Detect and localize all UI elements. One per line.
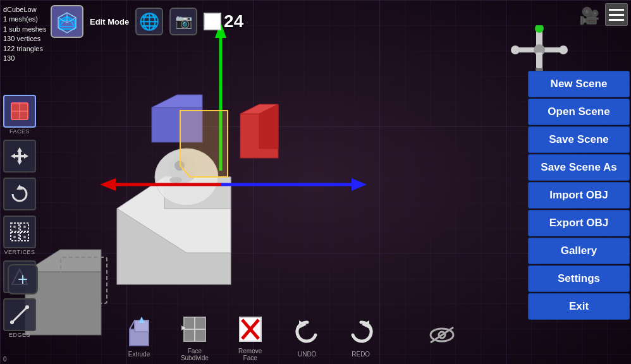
extrude-label: Extrude <box>128 351 150 358</box>
svg-marker-23 <box>180 111 228 177</box>
remove-face-label: Remove Face <box>233 348 268 361</box>
face-subdivide-label: Face Subdivide <box>175 348 214 361</box>
redo-tool-item[interactable]: REDO <box>336 311 386 361</box>
rotate-tool-icon <box>3 178 36 210</box>
gizmo-svg <box>511 25 568 76</box>
undo-tool-item[interactable]: UNDO <box>282 311 333 361</box>
exit-button[interactable]: Exit <box>528 293 630 320</box>
faces-label: FACES <box>9 128 30 135</box>
faces-tool-item[interactable]: FACES <box>3 95 36 135</box>
visibility-button[interactable] <box>415 320 469 353</box>
extrude-tool-item[interactable]: Extrude <box>114 311 164 361</box>
right-menu-panel: New Scene Open Scene Save Scene Save Sce… <box>527 70 631 321</box>
mode-value: 130 <box>3 54 46 63</box>
rotate-tool-item[interactable] <box>3 178 36 210</box>
save-scene-button[interactable]: Save Scene <box>528 126 630 153</box>
import-obj-button[interactable]: Import OBJ <box>528 182 630 209</box>
mesh-count: 1 mesh(es) <box>3 15 46 24</box>
gallery-button[interactable]: Gallery <box>528 238 630 264</box>
cube-wireframe-icon <box>54 9 80 34</box>
remove-face-tool-icon <box>233 312 267 346</box>
cube-wireframe-button[interactable] <box>51 5 83 38</box>
navigation-gizmo[interactable] <box>511 25 568 76</box>
top-toolbar: Edit Mode 🌐 📷 24 <box>51 5 243 38</box>
vertices-label: VERTICES <box>4 249 35 255</box>
screenshot-button[interactable]: 📷 <box>169 8 197 35</box>
frame-number: 24 <box>224 11 243 32</box>
face-subdivide-tool-icon <box>178 312 212 346</box>
vertices-tool-item[interactable]: VERTICES <box>3 215 36 255</box>
remove-face-tool-item[interactable]: Remove Face <box>225 308 276 365</box>
vertices-tool-icon <box>3 215 36 248</box>
triangle-count: 122 triangles <box>3 44 46 54</box>
face-subdivide-tool-item[interactable]: Face Subdivide <box>168 308 222 365</box>
object-name: dCubeLow <box>3 5 46 15</box>
save-scene-as-button[interactable]: Save Scene As <box>528 154 630 181</box>
svg-point-15 <box>169 177 182 183</box>
info-panel: dCubeLow 1 mesh(es) 1 sub meshes 130 ver… <box>3 5 46 63</box>
edit-mode-label: Edit Mode <box>90 17 129 27</box>
left-toolbar: FACES <box>3 95 36 338</box>
svg-point-36 <box>511 46 520 54</box>
vertex-count: 130 vertices <box>3 34 46 44</box>
svg-line-68 <box>130 320 135 329</box>
selection-box <box>60 257 107 304</box>
new-scene-button[interactable]: New Scene <box>528 71 630 97</box>
video-camera-button[interactable]: 🎥 <box>579 6 599 26</box>
svg-point-56 <box>13 236 16 238</box>
svg-point-57 <box>23 226 26 228</box>
open-scene-button[interactable]: Open Scene <box>528 99 630 125</box>
faces-tool-icon <box>3 95 36 128</box>
sub-mesh-count: 1 sub meshes <box>3 25 46 34</box>
svg-rect-49 <box>14 155 25 157</box>
frame-square-icon <box>204 13 221 30</box>
redo-label: REDO <box>352 351 370 358</box>
svg-point-37 <box>559 46 568 54</box>
svg-point-58 <box>23 236 26 238</box>
frame-counter: 24 <box>204 11 243 32</box>
settings-button[interactable]: Settings <box>528 265 630 292</box>
global-transform-button[interactable]: 🌐 <box>135 8 163 35</box>
svg-point-55 <box>13 226 16 228</box>
export-obj-button[interactable]: Export OBJ <box>528 210 630 236</box>
bottom-coordinate: 0 <box>3 356 7 363</box>
add-button[interactable]: + <box>8 264 38 294</box>
extrude-tool-icon <box>122 315 156 349</box>
undo-tool-icon <box>290 315 324 349</box>
move-tool-item[interactable] <box>3 140 36 173</box>
eye-closed-icon <box>427 324 456 346</box>
move-tool-icon <box>3 140 36 173</box>
ham-line-2 <box>609 14 624 16</box>
hamburger-menu-button[interactable] <box>605 3 628 26</box>
ham-line-1 <box>609 9 624 11</box>
undo-label: UNDO <box>298 351 316 358</box>
top-right-controls: 🎥 <box>579 6 599 26</box>
ham-line-3 <box>609 19 624 21</box>
redo-tool-icon <box>344 315 378 349</box>
